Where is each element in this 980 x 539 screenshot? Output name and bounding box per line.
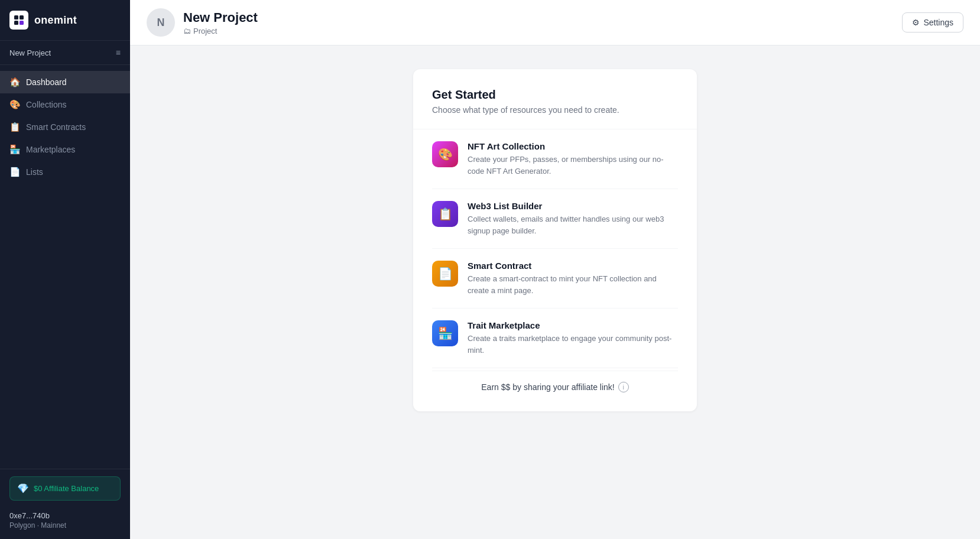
sidebar-item-lists[interactable]: 📄 Lists bbox=[0, 161, 130, 183]
sidebar-bottom: 💎 $0 Affiliate Balance 0xe7...740b Polyg… bbox=[0, 469, 130, 539]
sidebar-item-label-collections: Collections bbox=[26, 100, 66, 109]
affiliate-balance-text: $0 Affiliate Balance bbox=[34, 484, 99, 493]
sidebar-item-label-smart-contracts: Smart Contracts bbox=[26, 122, 86, 132]
affiliate-footer-text: Earn $$ by sharing your affiliate link! bbox=[481, 382, 614, 392]
resource-desc-smart-contract: Create a smart-contract to mint your NFT… bbox=[468, 273, 678, 296]
resource-title-web3: Web3 List Builder bbox=[468, 201, 678, 211]
resource-title-smart-contract: Smart Contract bbox=[468, 261, 678, 271]
logo-text: onemint bbox=[34, 14, 77, 27]
resource-title-trait-marketplace: Trait Marketplace bbox=[468, 320, 678, 330]
page-title: New Project bbox=[183, 10, 258, 25]
content-area: Get Started Choose what type of resource… bbox=[130, 46, 980, 539]
wallet-address: 0xe7...740b bbox=[9, 511, 121, 520]
svg-rect-0 bbox=[14, 15, 18, 20]
project-type-label: Project bbox=[193, 27, 217, 35]
marketplaces-icon: 🏪 bbox=[9, 144, 20, 155]
card-title: Get Started bbox=[432, 88, 678, 102]
resource-content-trait-marketplace: Trait Marketplace Create a traits market… bbox=[468, 320, 678, 356]
smart-contracts-icon: 📋 bbox=[9, 122, 20, 132]
svg-rect-2 bbox=[14, 21, 18, 25]
resource-item-nft-art-collection[interactable]: 🎨 NFT Art Collection Create your PFPs, p… bbox=[432, 129, 678, 189]
settings-icon: ⚙ bbox=[912, 18, 920, 27]
affiliate-balance-button[interactable]: 💎 $0 Affiliate Balance bbox=[9, 476, 121, 501]
project-info: New Project 🗂 Project bbox=[183, 10, 258, 35]
settings-label: Settings bbox=[923, 18, 953, 27]
sidebar: onemint New Project ≡ 🏠 Dashboard 🎨 Coll… bbox=[0, 0, 130, 539]
project-filter-icon[interactable]: ≡ bbox=[116, 48, 121, 57]
resource-content-web3: Web3 List Builder Collect wallets, email… bbox=[468, 201, 678, 236]
nft-art-collection-icon: 🎨 bbox=[432, 141, 458, 167]
resource-desc-trait-marketplace: Create a traits marketplace to engage yo… bbox=[468, 333, 678, 356]
header: N New Project 🗂 Project ⚙ Settings bbox=[130, 0, 980, 46]
resource-desc-nft: Create your PFPs, passes, or memberships… bbox=[468, 154, 678, 177]
nav-menu: 🏠 Dashboard 🎨 Collections 📋 Smart Contra… bbox=[0, 65, 130, 469]
dashboard-icon: 🏠 bbox=[9, 77, 20, 87]
lists-icon: 📄 bbox=[9, 167, 20, 177]
resource-item-smart-contract[interactable]: 📄 Smart Contract Create a smart-contract… bbox=[432, 249, 678, 309]
svg-rect-3 bbox=[20, 21, 24, 25]
sidebar-item-smart-contracts[interactable]: 📋 Smart Contracts bbox=[0, 116, 130, 138]
sidebar-item-collections[interactable]: 🎨 Collections bbox=[0, 93, 130, 116]
affiliate-footer[interactable]: Earn $$ by sharing your affiliate link! … bbox=[432, 371, 678, 392]
settings-button[interactable]: ⚙ Settings bbox=[902, 12, 963, 33]
affiliate-icon: 💎 bbox=[17, 483, 29, 494]
collections-icon: 🎨 bbox=[9, 99, 20, 110]
resource-content-nft: NFT Art Collection Create your PFPs, pas… bbox=[468, 141, 678, 177]
info-icon[interactable]: i bbox=[618, 382, 629, 392]
web3-list-builder-icon: 📋 bbox=[432, 201, 458, 227]
main-content: N New Project 🗂 Project ⚙ Settings Get S… bbox=[130, 0, 980, 539]
sidebar-item-label-marketplaces: Marketplaces bbox=[26, 145, 75, 154]
sidebar-item-label-lists: Lists bbox=[26, 167, 43, 177]
project-selector-name: New Project bbox=[9, 48, 51, 57]
wallet-network: Polygon · Mainnet bbox=[9, 521, 121, 530]
trait-marketplace-icon: 🏪 bbox=[432, 320, 458, 346]
resource-item-trait-marketplace[interactable]: 🏪 Trait Marketplace Create a traits mark… bbox=[432, 309, 678, 368]
smart-contract-icon: 📄 bbox=[432, 261, 458, 287]
logo-area: onemint bbox=[0, 0, 130, 41]
sidebar-item-marketplaces[interactable]: 🏪 Marketplaces bbox=[0, 138, 130, 161]
project-selector[interactable]: New Project ≡ bbox=[0, 41, 130, 65]
card-subtitle: Choose what type of resources you need t… bbox=[432, 105, 678, 115]
folder-icon: 🗂 bbox=[183, 27, 191, 35]
logo-icon bbox=[9, 11, 28, 30]
resource-title-nft: NFT Art Collection bbox=[468, 141, 678, 151]
sidebar-item-dashboard[interactable]: 🏠 Dashboard bbox=[0, 71, 130, 93]
header-left: N New Project 🗂 Project bbox=[147, 8, 258, 37]
wallet-info: 0xe7...740b Polygon · Mainnet bbox=[9, 509, 121, 532]
svg-rect-1 bbox=[20, 15, 24, 20]
project-avatar: N bbox=[147, 8, 175, 37]
resource-desc-web3: Collect wallets, emails and twitter hand… bbox=[468, 213, 678, 236]
resource-content-smart-contract: Smart Contract Create a smart-contract t… bbox=[468, 261, 678, 296]
project-type: 🗂 Project bbox=[183, 27, 258, 35]
resource-item-web3-list-builder[interactable]: 📋 Web3 List Builder Collect wallets, ema… bbox=[432, 189, 678, 249]
get-started-card: Get Started Choose what type of resource… bbox=[413, 69, 697, 411]
sidebar-item-label-dashboard: Dashboard bbox=[26, 77, 67, 87]
